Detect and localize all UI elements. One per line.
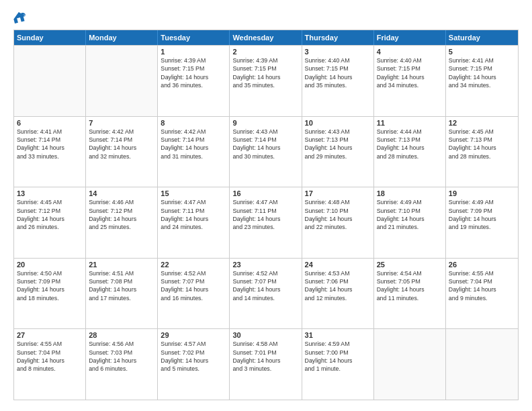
day-number: 30 (232, 331, 298, 339)
cell-info: Sunrise: 4:51 AM Sunset: 7:08 PM Dayligh… (89, 269, 154, 302)
calendar-cell: 19Sunrise: 4:49 AM Sunset: 7:09 PM Dayli… (446, 187, 518, 258)
calendar-cell: 21Sunrise: 4:51 AM Sunset: 7:08 PM Dayli… (86, 259, 158, 329)
calendar-cell: 16Sunrise: 4:47 AM Sunset: 7:11 PM Dayli… (230, 187, 302, 258)
logo (13, 11, 30, 24)
cell-info: Sunrise: 4:57 AM Sunset: 7:02 PM Dayligh… (161, 340, 226, 373)
cell-info: Sunrise: 4:49 AM Sunset: 7:10 PM Dayligh… (377, 198, 443, 231)
calendar-body: 1Sunrise: 4:39 AM Sunset: 7:15 PM Daylig… (14, 45, 518, 400)
day-number: 8 (161, 119, 226, 127)
cell-info: Sunrise: 4:50 AM Sunset: 7:09 PM Dayligh… (17, 269, 83, 302)
calendar-cell: 1Sunrise: 4:39 AM Sunset: 7:15 PM Daylig… (158, 46, 230, 116)
cell-info: Sunrise: 4:43 AM Sunset: 7:14 PM Dayligh… (232, 128, 298, 161)
calendar: SundayMondayTuesdayWednesdayThursdayFrid… (13, 30, 519, 400)
calendar-cell (374, 329, 446, 400)
day-number: 19 (449, 189, 515, 197)
day-number: 31 (305, 331, 371, 339)
calendar-cell: 13Sunrise: 4:45 AM Sunset: 7:12 PM Dayli… (14, 187, 86, 258)
cell-info: Sunrise: 4:40 AM Sunset: 7:15 PM Dayligh… (377, 56, 443, 89)
day-number: 7 (89, 119, 154, 127)
cell-info: Sunrise: 4:42 AM Sunset: 7:14 PM Dayligh… (161, 128, 226, 161)
calendar-cell: 2Sunrise: 4:39 AM Sunset: 7:15 PM Daylig… (230, 46, 302, 116)
day-number: 13 (17, 189, 83, 197)
day-number: 16 (232, 189, 298, 197)
calendar-cell: 10Sunrise: 4:43 AM Sunset: 7:13 PM Dayli… (302, 117, 374, 187)
calendar-row: 20Sunrise: 4:50 AM Sunset: 7:09 PM Dayli… (14, 258, 518, 329)
cell-info: Sunrise: 4:45 AM Sunset: 7:12 PM Dayligh… (17, 198, 83, 231)
cell-info: Sunrise: 4:52 AM Sunset: 7:07 PM Dayligh… (232, 269, 298, 302)
calendar-cell: 17Sunrise: 4:48 AM Sunset: 7:10 PM Dayli… (302, 187, 374, 258)
calendar-header-cell: Tuesday (158, 30, 230, 45)
calendar-row: 13Sunrise: 4:45 AM Sunset: 7:12 PM Dayli… (14, 187, 518, 258)
header (13, 11, 519, 24)
cell-info: Sunrise: 4:54 AM Sunset: 7:05 PM Dayligh… (377, 269, 443, 302)
day-number: 15 (161, 189, 226, 197)
day-number: 22 (161, 261, 226, 269)
calendar-cell: 31Sunrise: 4:59 AM Sunset: 7:00 PM Dayli… (302, 329, 374, 400)
day-number: 20 (17, 261, 83, 269)
calendar-cell: 24Sunrise: 4:53 AM Sunset: 7:06 PM Dayli… (302, 259, 374, 329)
calendar-header-cell: Monday (86, 30, 158, 45)
calendar-cell (14, 46, 86, 116)
cell-info: Sunrise: 4:41 AM Sunset: 7:14 PM Dayligh… (17, 128, 83, 161)
calendar-cell: 30Sunrise: 4:58 AM Sunset: 7:01 PM Dayli… (230, 329, 302, 400)
calendar-cell (86, 46, 158, 116)
cell-info: Sunrise: 4:39 AM Sunset: 7:15 PM Dayligh… (232, 56, 298, 89)
calendar-cell (446, 329, 518, 400)
day-number: 17 (305, 189, 371, 197)
cell-info: Sunrise: 4:43 AM Sunset: 7:13 PM Dayligh… (305, 128, 371, 161)
cell-info: Sunrise: 4:47 AM Sunset: 7:11 PM Dayligh… (232, 198, 298, 231)
cell-info: Sunrise: 4:48 AM Sunset: 7:10 PM Dayligh… (305, 198, 371, 231)
cell-info: Sunrise: 4:56 AM Sunset: 7:03 PM Dayligh… (89, 340, 154, 373)
calendar-cell: 23Sunrise: 4:52 AM Sunset: 7:07 PM Dayli… (230, 259, 302, 329)
day-number: 4 (377, 48, 443, 56)
calendar-cell: 9Sunrise: 4:43 AM Sunset: 7:14 PM Daylig… (230, 117, 302, 187)
calendar-header-cell: Wednesday (230, 30, 302, 45)
cell-info: Sunrise: 4:55 AM Sunset: 7:04 PM Dayligh… (17, 340, 83, 373)
cell-info: Sunrise: 4:39 AM Sunset: 7:15 PM Dayligh… (161, 56, 226, 89)
calendar-header-cell: Friday (374, 30, 446, 45)
day-number: 11 (377, 119, 443, 127)
svg-marker-0 (13, 11, 27, 24)
cell-info: Sunrise: 4:59 AM Sunset: 7:00 PM Dayligh… (305, 340, 371, 373)
cell-info: Sunrise: 4:42 AM Sunset: 7:14 PM Dayligh… (89, 128, 154, 161)
day-number: 1 (161, 48, 226, 56)
calendar-cell: 5Sunrise: 4:41 AM Sunset: 7:15 PM Daylig… (446, 46, 518, 116)
cell-info: Sunrise: 4:44 AM Sunset: 7:13 PM Dayligh… (377, 128, 443, 161)
calendar-cell: 29Sunrise: 4:57 AM Sunset: 7:02 PM Dayli… (158, 329, 230, 400)
calendar-cell: 8Sunrise: 4:42 AM Sunset: 7:14 PM Daylig… (158, 117, 230, 187)
calendar-cell: 27Sunrise: 4:55 AM Sunset: 7:04 PM Dayli… (14, 329, 86, 400)
cell-info: Sunrise: 4:52 AM Sunset: 7:07 PM Dayligh… (161, 269, 226, 302)
day-number: 9 (232, 119, 298, 127)
day-number: 10 (305, 119, 371, 127)
calendar-cell: 15Sunrise: 4:47 AM Sunset: 7:11 PM Dayli… (158, 187, 230, 258)
cell-info: Sunrise: 4:45 AM Sunset: 7:13 PM Dayligh… (449, 128, 515, 161)
cell-info: Sunrise: 4:41 AM Sunset: 7:15 PM Dayligh… (449, 56, 515, 89)
calendar-cell: 6Sunrise: 4:41 AM Sunset: 7:14 PM Daylig… (14, 117, 86, 187)
day-number: 12 (449, 119, 515, 127)
calendar-cell: 20Sunrise: 4:50 AM Sunset: 7:09 PM Dayli… (14, 259, 86, 329)
day-number: 18 (377, 189, 443, 197)
cell-info: Sunrise: 4:53 AM Sunset: 7:06 PM Dayligh… (305, 269, 371, 302)
cell-info: Sunrise: 4:47 AM Sunset: 7:11 PM Dayligh… (161, 198, 226, 231)
cell-info: Sunrise: 4:58 AM Sunset: 7:01 PM Dayligh… (232, 340, 298, 373)
day-number: 26 (449, 261, 515, 269)
calendar-header-cell: Saturday (446, 30, 518, 45)
day-number: 23 (232, 261, 298, 269)
calendar-cell: 3Sunrise: 4:40 AM Sunset: 7:15 PM Daylig… (302, 46, 374, 116)
day-number: 25 (377, 261, 443, 269)
day-number: 2 (232, 48, 298, 56)
day-number: 5 (449, 48, 515, 56)
calendar-cell: 14Sunrise: 4:46 AM Sunset: 7:12 PM Dayli… (86, 187, 158, 258)
calendar-cell: 25Sunrise: 4:54 AM Sunset: 7:05 PM Dayli… (374, 259, 446, 329)
cell-info: Sunrise: 4:46 AM Sunset: 7:12 PM Dayligh… (89, 198, 154, 231)
cell-info: Sunrise: 4:40 AM Sunset: 7:15 PM Dayligh… (305, 56, 371, 89)
calendar-header-cell: Thursday (302, 30, 374, 45)
calendar-row: 27Sunrise: 4:55 AM Sunset: 7:04 PM Dayli… (14, 328, 518, 400)
calendar-cell: 12Sunrise: 4:45 AM Sunset: 7:13 PM Dayli… (446, 117, 518, 187)
day-number: 28 (89, 331, 154, 339)
day-number: 29 (161, 331, 226, 339)
calendar-cell: 28Sunrise: 4:56 AM Sunset: 7:03 PM Dayli… (86, 329, 158, 400)
calendar-row: 6Sunrise: 4:41 AM Sunset: 7:14 PM Daylig… (14, 116, 518, 187)
calendar-header-cell: Sunday (14, 30, 86, 45)
day-number: 3 (305, 48, 371, 56)
